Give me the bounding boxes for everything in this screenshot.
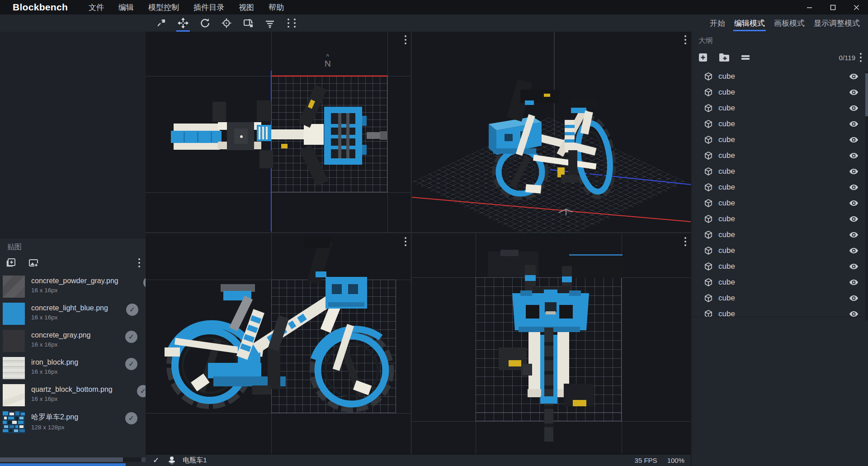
minimize-button[interactable] bbox=[797, 0, 821, 14]
validation-check-icon[interactable]: ✓ bbox=[153, 456, 159, 465]
outliner-row[interactable]: cube bbox=[691, 211, 868, 227]
outliner-row[interactable]: cube bbox=[691, 290, 868, 306]
outliner-scrollbar[interactable] bbox=[865, 71, 868, 320]
outliner-row[interactable]: cube bbox=[691, 163, 868, 179]
visibility-eye-icon[interactable] bbox=[849, 184, 858, 190]
cube-icon bbox=[704, 199, 713, 208]
outliner-row[interactable]: cube bbox=[691, 68, 868, 84]
fps-indicator: 35 FPS bbox=[635, 456, 657, 464]
texture-enabled-check[interactable]: ✓ bbox=[125, 412, 137, 424]
panel-resize-handle[interactable] bbox=[0, 463, 126, 466]
texture-row[interactable]: concrete_gray.png 16 x 16px ✓ bbox=[0, 327, 146, 354]
drag-handle-icon bbox=[294, 19, 296, 28]
visibility-eye-icon[interactable] bbox=[849, 279, 858, 285]
outliner-row[interactable]: cube bbox=[691, 274, 868, 290]
import-texture-button[interactable] bbox=[5, 257, 16, 268]
visibility-eye-icon[interactable] bbox=[849, 73, 858, 80]
outliner-row[interactable]: cube bbox=[691, 195, 868, 211]
texture-row[interactable]: concrete_light_blue.png 16 x 16px ✓ bbox=[0, 300, 146, 327]
pivot-tool-button[interactable] bbox=[219, 14, 234, 32]
format-figure-icon[interactable] bbox=[167, 456, 176, 465]
top-view-render bbox=[146, 32, 411, 233]
cube-icon bbox=[704, 72, 713, 81]
outliner-row[interactable]: cube bbox=[691, 179, 868, 195]
textures-panel-title: 贴图 bbox=[0, 238, 146, 252]
texture-row[interactable]: 哈罗单车2.png 128 x 128px ✓ bbox=[0, 409, 146, 436]
texture-enabled-check[interactable]: ✓ bbox=[125, 358, 137, 370]
blockbench-window: Blockbench 文件 编辑 模型控制 插件目录 视图 帮助 bbox=[0, 0, 868, 466]
titlebar: Blockbench 文件 编辑 模型控制 插件目录 视图 帮助 bbox=[0, 0, 868, 14]
visibility-eye-icon[interactable] bbox=[849, 216, 858, 222]
outliner-row[interactable]: cube bbox=[691, 147, 868, 163]
viewport-front-view[interactable] bbox=[412, 233, 691, 454]
outliner-row[interactable]: cube bbox=[691, 132, 868, 147]
texture-row[interactable]: quartz_block_bottom.png 16 x 16px ✓ bbox=[0, 381, 146, 409]
outliner-row[interactable]: cube bbox=[691, 258, 868, 274]
texture-list: concrete_powder_gray.png 16 x 16px ✓ con… bbox=[0, 273, 146, 436]
textures-menu-dots[interactable] bbox=[138, 258, 140, 267]
outliner-title: 大纲 bbox=[691, 32, 868, 46]
outliner-row[interactable]: cube bbox=[691, 306, 868, 317]
visibility-eye-icon[interactable] bbox=[849, 247, 858, 254]
tab-paint-mode[interactable]: 画板模式 bbox=[769, 14, 809, 32]
move-tool-button[interactable] bbox=[175, 14, 191, 32]
viewport-area: ^ N bbox=[146, 32, 691, 466]
add-cube-button[interactable] bbox=[698, 52, 708, 63]
texture-size: 128 x 128px bbox=[31, 424, 146, 431]
visibility-eye-icon[interactable] bbox=[849, 152, 858, 159]
project-name[interactable]: 电瓶车1 bbox=[183, 456, 207, 465]
visibility-eye-icon[interactable] bbox=[849, 311, 858, 317]
outliner-row[interactable]: cube bbox=[691, 84, 868, 100]
vertex-snap-tool-button[interactable] bbox=[241, 14, 256, 32]
visibility-eye-icon[interactable] bbox=[849, 232, 858, 238]
cube-label: cube bbox=[718, 294, 735, 303]
outliner-row[interactable]: cube bbox=[691, 100, 868, 116]
outliner-row[interactable]: cube bbox=[691, 243, 868, 258]
textures-horizontal-scrollbar[interactable] bbox=[0, 457, 146, 462]
menu-edit[interactable]: 编辑 bbox=[111, 1, 141, 14]
visibility-eye-icon[interactable] bbox=[849, 89, 858, 95]
filter-tool-button[interactable] bbox=[262, 14, 278, 32]
texture-enabled-check[interactable]: ✓ bbox=[126, 304, 138, 316]
cube-icon bbox=[704, 246, 713, 255]
viewport-menu-dots[interactable] bbox=[405, 35, 406, 44]
resize-tool-button[interactable] bbox=[154, 14, 169, 32]
menu-view[interactable]: 视图 bbox=[231, 1, 261, 14]
viewport-menu-dots[interactable] bbox=[684, 35, 686, 44]
tab-edit-mode[interactable]: 编辑模式 bbox=[730, 14, 769, 32]
visibility-eye-icon[interactable] bbox=[849, 137, 858, 143]
menu-file[interactable]: 文件 bbox=[81, 1, 111, 14]
viewport-perspective[interactable] bbox=[412, 32, 691, 233]
add-group-button[interactable] bbox=[718, 52, 730, 63]
texture-enabled-check[interactable]: ✓ bbox=[125, 331, 137, 343]
maximize-button[interactable] bbox=[821, 0, 844, 14]
menu-transform[interactable]: 模型控制 bbox=[141, 1, 186, 14]
visibility-eye-icon[interactable] bbox=[849, 295, 858, 301]
rotate-tool-button[interactable] bbox=[197, 14, 212, 32]
outliner-menu-dots[interactable] bbox=[860, 53, 862, 62]
create-texture-button[interactable] bbox=[28, 257, 39, 268]
tab-start[interactable]: 开始 bbox=[705, 14, 730, 32]
menu-plugins[interactable]: 插件目录 bbox=[186, 1, 231, 14]
viewport-top-view[interactable]: ^ N bbox=[146, 32, 411, 233]
menu-help[interactable]: 帮助 bbox=[261, 1, 291, 14]
texture-row[interactable]: concrete_powder_gray.png 16 x 16px ✓ bbox=[0, 273, 146, 300]
texture-row[interactable]: iron_block.png 16 x 16px ✓ bbox=[0, 354, 146, 381]
close-button[interactable] bbox=[844, 0, 868, 14]
viewport-menu-dots[interactable] bbox=[684, 237, 686, 246]
viewport-menu-dots[interactable] bbox=[405, 237, 406, 246]
viewport-side-view[interactable] bbox=[146, 233, 411, 454]
toggle-list-button[interactable] bbox=[740, 52, 751, 63]
visibility-eye-icon[interactable] bbox=[849, 200, 858, 206]
visibility-eye-icon[interactable] bbox=[849, 105, 858, 111]
cube-icon bbox=[704, 262, 713, 271]
visibility-eye-icon[interactable] bbox=[849, 168, 858, 175]
texture-thumbnail bbox=[3, 330, 25, 352]
outliner-row[interactable]: cube bbox=[691, 227, 868, 243]
visibility-eye-icon[interactable] bbox=[849, 121, 858, 127]
outliner-row[interactable]: cube bbox=[691, 116, 868, 132]
textures-panel: 贴图 concrete_powder_gray.png bbox=[0, 238, 146, 466]
toolbar-drag-handles[interactable] bbox=[288, 19, 296, 28]
visibility-eye-icon[interactable] bbox=[849, 263, 858, 270]
tab-display-mode[interactable]: 显示调整模式 bbox=[809, 14, 864, 32]
